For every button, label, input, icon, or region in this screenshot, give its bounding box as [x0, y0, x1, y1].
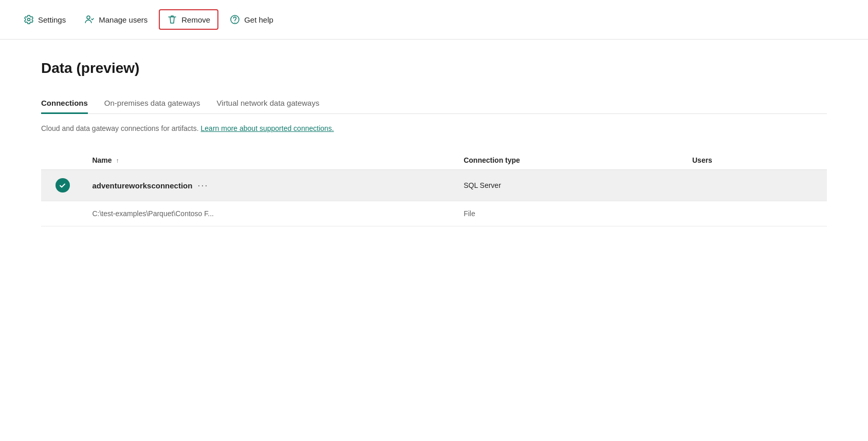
connection-name-container: adventureworksconnection ···	[92, 180, 447, 191]
row-name-cell: C:\test-examples\Parquet\Contoso F...	[84, 201, 455, 226]
manage-users-label: Manage users	[99, 15, 147, 24]
tab-virtual-network[interactable]: Virtual network data gateways	[217, 93, 320, 114]
gear-icon	[24, 14, 34, 25]
tabs-container: Connections On-premises data gateways Vi…	[41, 93, 827, 114]
get-help-label: Get help	[244, 15, 273, 24]
remove-label: Remove	[181, 15, 210, 24]
get-help-button[interactable]: Get help	[223, 10, 281, 29]
sort-arrow-icon: ↑	[116, 157, 119, 164]
trash-icon	[167, 14, 177, 25]
connections-table: Name ↑ Connection type Users	[41, 151, 827, 226]
settings-label: Settings	[38, 15, 66, 24]
row-users-cell	[684, 170, 827, 201]
manage-users-icon	[84, 14, 95, 25]
remove-button[interactable]: Remove	[159, 9, 218, 30]
connection-type-value: File	[464, 209, 475, 218]
table-header-row: Name ↑ Connection type Users	[41, 151, 827, 170]
row-users-cell	[684, 201, 827, 226]
connection-name: adventureworksconnection	[92, 181, 192, 190]
connection-type-value: SQL Server	[464, 181, 501, 189]
description-text: Cloud and data gateway connections for a…	[41, 124, 827, 132]
col-connection-type: Connection type	[455, 151, 684, 170]
col-users: Users	[684, 151, 827, 170]
learn-more-link[interactable]: Learn more about supported connections.	[201, 124, 334, 132]
check-circle-icon	[56, 178, 70, 193]
row-status-cell	[41, 201, 84, 226]
main-content: Data (preview) Connections On-premises d…	[0, 40, 868, 247]
page-title: Data (preview)	[41, 60, 827, 76]
svg-point-0	[87, 16, 90, 19]
tab-on-premises[interactable]: On-premises data gateways	[104, 93, 200, 114]
toolbar: Settings Manage users Remove Get help	[0, 0, 868, 40]
manage-users-button[interactable]: Manage users	[77, 10, 155, 29]
table-row[interactable]: C:\test-examples\Parquet\Contoso F... Fi…	[41, 201, 827, 226]
svg-point-2	[234, 22, 235, 23]
col-name[interactable]: Name ↑	[84, 151, 455, 170]
col-status	[41, 151, 84, 170]
row-conn-type-cell: File	[455, 201, 684, 226]
connection-name: C:\test-examples\Parquet\Contoso F...	[92, 209, 214, 218]
row-conn-type-cell: SQL Server	[455, 170, 684, 201]
row-options-ellipsis[interactable]: ···	[197, 180, 208, 191]
row-name-cell: adventureworksconnection ···	[84, 170, 455, 201]
help-icon	[230, 14, 240, 25]
table-row[interactable]: adventureworksconnection ··· SQL Server	[41, 170, 827, 201]
tab-connections[interactable]: Connections	[41, 93, 88, 114]
settings-button[interactable]: Settings	[16, 10, 73, 29]
status-icon-container	[49, 178, 76, 193]
row-status-cell	[41, 170, 84, 201]
